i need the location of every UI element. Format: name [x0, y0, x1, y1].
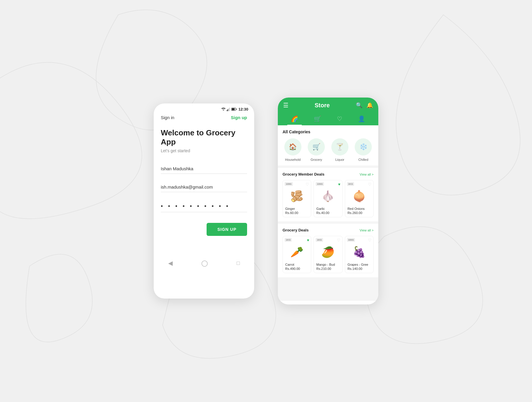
svg-rect-6 — [232, 108, 235, 110]
product-red-onions[interactable]: 1KG ♡ 🧅 Red Onions Rs.260.00 — [345, 180, 374, 217]
onions-heart[interactable]: ♡ — [368, 182, 372, 187]
back-icon-right[interactable]: ◀ — [292, 304, 296, 304]
name-field[interactable]: Ishan Madushka — [161, 164, 247, 174]
member-deals-header: Grocery Member Deals View all > — [283, 172, 374, 176]
phone-store: ☰ Store 🔍 🔔 🌈 🛒 ♡ 👤 All Categories — [278, 98, 378, 304]
store-title: Store — [314, 102, 330, 109]
tab-profile[interactable]: 👤 — [354, 113, 369, 125]
grocery-deals-header: Grocery Deals View all > — [283, 228, 374, 232]
category-household[interactable]: 🏠 Household — [284, 138, 301, 161]
form-section: Ishan Madushka ish.madushka@gmail.com • … — [154, 153, 254, 236]
grocery-deals-products: 1KG ♥ 🥕 Carrot Rs.490.00 1KG ♡ 🥭 Mango -… — [283, 236, 374, 273]
menu-icon[interactable]: ☰ — [283, 102, 288, 109]
tab-cart[interactable]: 🛒 — [310, 113, 325, 125]
mango-badge: 1KG — [316, 238, 323, 242]
store-top-bar: ☰ Store 🔍 🔔 — [283, 102, 373, 112]
grocery-deals-section: Grocery Deals View all > 1KG ♥ 🥕 Carrot … — [278, 224, 378, 277]
battery-icon — [231, 108, 237, 111]
grapes-heart[interactable]: ♡ — [368, 238, 372, 242]
member-deals-view-all[interactable]: View all > — [360, 173, 374, 176]
ginger-badge: 100G — [285, 182, 293, 186]
signin-header: Sign in Sign up — [154, 113, 254, 120]
svg-rect-4 — [229, 108, 230, 111]
household-label: Household — [285, 158, 301, 161]
signin-label: Sign in — [161, 115, 174, 120]
ginger-heart[interactable]: ♡ — [306, 182, 309, 187]
recents-icon[interactable]: □ — [236, 260, 240, 266]
onions-image: 🧅 — [349, 187, 369, 205]
store-header: ☰ Store 🔍 🔔 🌈 🛒 ♡ 👤 — [278, 98, 378, 125]
categories-title: All Categories — [283, 129, 374, 134]
product-carrot[interactable]: 1KG ♥ 🥕 Carrot Rs.490.00 — [283, 236, 311, 273]
onions-badge: 1KG — [347, 182, 354, 186]
onions-name: Red Onions — [348, 207, 371, 210]
category-liquor[interactable]: 🍸 Liquor — [331, 138, 348, 161]
status-bar: 12:30 — [154, 103, 254, 113]
phone-signin: 12:30 Sign in Sign up Welcome to Grocery… — [154, 103, 254, 299]
status-time: 12:30 — [239, 107, 248, 111]
garlic-price: Rs.40.00 — [316, 211, 340, 215]
search-icon[interactable]: 🔍 — [356, 102, 362, 108]
signup-link[interactable]: Sign up — [231, 115, 247, 120]
home-icon-right[interactable]: ◯ — [326, 304, 332, 304]
chilled-label: Chilled — [358, 158, 368, 161]
back-icon[interactable]: ◀ — [168, 260, 173, 267]
bell-icon[interactable]: 🔔 — [366, 102, 373, 108]
welcome-section: Welcome to Grocery App Let's get started — [154, 120, 254, 153]
garlic-heart[interactable]: ♥ — [338, 182, 340, 187]
categories-section: All Categories 🏠 Household 🛒 Grocery 🍸 L… — [278, 125, 378, 166]
svg-marker-0 — [223, 110, 224, 111]
email-field[interactable]: ish.madushka@gmail.com — [161, 182, 247, 192]
bottom-nav-right: ◀ ◯ □ — [278, 300, 378, 304]
chilled-icon-circle: ❄️ — [355, 138, 372, 155]
svg-rect-2 — [228, 109, 228, 111]
grapes-image: 🍇 — [349, 243, 369, 261]
tab-store[interactable]: 🌈 — [287, 113, 302, 125]
home-icon[interactable]: ◯ — [201, 260, 208, 267]
product-ginger[interactable]: 100G ♡ 🫚 Ginger Rs.60.00 — [283, 180, 311, 217]
product-garlic[interactable]: 100G ♥ 🧄 Garlic Rs.40.00 — [314, 180, 342, 217]
welcome-title: Welcome to Grocery App — [161, 128, 247, 147]
svg-rect-7 — [236, 109, 236, 110]
mango-name: Mango - Bud — [316, 263, 340, 266]
ginger-image: 🫚 — [287, 187, 307, 205]
bottom-nav-left: ◀ ◯ □ — [154, 254, 254, 271]
phones-container: 12:30 Sign in Sign up Welcome to Grocery… — [154, 98, 378, 304]
wifi-icon — [221, 108, 226, 111]
carrot-price: Rs.490.00 — [285, 267, 309, 270]
category-chilled[interactable]: ❄️ Chilled — [355, 138, 372, 161]
liquor-label: Liquor — [335, 158, 344, 161]
product-grapes[interactable]: 100G ♡ 🍇 Grapes - Gree Rs.140.00 — [345, 236, 374, 273]
svg-rect-3 — [228, 108, 229, 111]
grapes-name: Grapes - Gree — [348, 263, 371, 266]
member-deals-title: Grocery Member Deals — [283, 172, 325, 176]
ginger-name: Ginger — [285, 207, 309, 210]
mango-price: Rs.210.00 — [316, 267, 340, 270]
status-icons — [221, 108, 237, 111]
categories-row: 🏠 Household 🛒 Grocery 🍸 Liquor ❄️ Chille… — [283, 138, 374, 161]
svg-rect-1 — [227, 110, 227, 111]
grapes-price: Rs.140.00 — [348, 267, 371, 270]
grocery-deals-view-all[interactable]: View all > — [360, 228, 374, 232]
liquor-icon-circle: 🍸 — [331, 138, 348, 155]
grocery-label: Grocery — [311, 158, 322, 161]
tab-favorites[interactable]: ♡ — [333, 113, 346, 125]
carrot-heart[interactable]: ♥ — [307, 238, 309, 242]
signal-icon — [227, 108, 230, 111]
product-mango[interactable]: 1KG ♡ 🥭 Mango - Bud Rs.210.00 — [314, 236, 342, 273]
store-body: All Categories 🏠 Household 🛒 Grocery 🍸 L… — [278, 125, 378, 300]
category-grocery[interactable]: 🛒 Grocery — [308, 138, 325, 161]
signup-button[interactable]: SIGN UP — [207, 223, 247, 236]
household-icon-circle: 🏠 — [284, 138, 301, 155]
grapes-badge: 100G — [347, 238, 355, 242]
password-field[interactable]: • • • • • • • • • • — [161, 200, 247, 212]
store-top-icons: 🔍 🔔 — [356, 102, 373, 108]
mango-heart[interactable]: ♡ — [337, 238, 340, 242]
onions-price: Rs.260.00 — [348, 211, 371, 215]
welcome-subtitle: Let's get started — [161, 148, 247, 153]
member-deals-section: Grocery Member Deals View all > 100G ♡ 🫚… — [278, 168, 378, 221]
carrot-badge: 1KG — [285, 238, 292, 242]
grocery-icon-circle: 🛒 — [308, 138, 325, 155]
ginger-price: Rs.60.00 — [285, 211, 309, 215]
store-nav-tabs: 🌈 🛒 ♡ 👤 — [283, 112, 373, 125]
